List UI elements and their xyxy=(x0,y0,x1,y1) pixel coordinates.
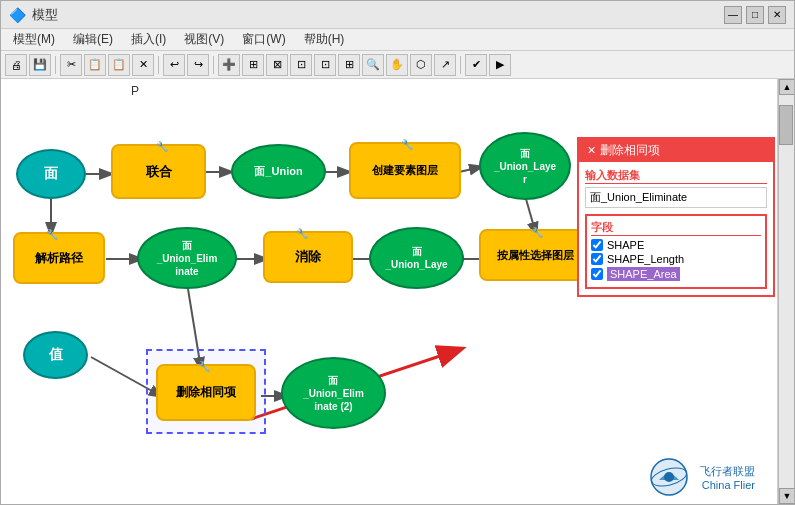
field-shape-length-checkbox[interactable] xyxy=(591,253,603,265)
toolbar-separator-1 xyxy=(55,56,56,74)
field-shape-area-label: SHAPE_Area xyxy=(607,267,680,281)
node-jiexi[interactable]: 解析路径 xyxy=(13,232,105,284)
field-shape-label: SHAPE xyxy=(607,239,644,251)
wrench-anxing: 🔧 xyxy=(531,227,543,238)
menu-edit[interactable]: 编辑(E) xyxy=(65,29,121,50)
field-shape-checkbox[interactable] xyxy=(591,239,603,251)
select-button[interactable]: ⊡ xyxy=(314,54,336,76)
node-create-layer[interactable]: 创建要素图层 xyxy=(349,142,461,199)
maximize-button[interactable]: □ xyxy=(746,6,764,24)
cut-button[interactable]: ✂ xyxy=(60,54,82,76)
main-area: P xyxy=(1,79,794,504)
undo-button[interactable]: ↩ xyxy=(163,54,185,76)
hex-button[interactable]: ⬡ xyxy=(410,54,432,76)
save-button[interactable]: 💾 xyxy=(29,54,51,76)
node-mian[interactable]: 面 xyxy=(16,149,86,199)
watermark-line2: China Flier xyxy=(700,479,755,491)
popup-input-label: 输入数据集 xyxy=(585,168,767,184)
p-label: P xyxy=(131,84,139,98)
popup-title-text: 删除相同项 xyxy=(600,142,660,159)
watermark-logo-svg xyxy=(644,458,694,496)
menu-view[interactable]: 视图(V) xyxy=(176,29,232,50)
popup-title: ✕ 删除相同项 xyxy=(579,139,773,162)
close-button[interactable]: ✕ xyxy=(768,6,786,24)
wrench-create: 🔧 xyxy=(401,139,413,150)
field-shape-area: SHAPE_Area xyxy=(591,267,761,281)
vertical-scrollbar: ▲ ▼ xyxy=(778,79,794,504)
watermark-text: 飞行者联盟 China Flier xyxy=(700,464,755,491)
menu-help[interactable]: 帮助(H) xyxy=(296,29,353,50)
menu-insert[interactable]: 插入(I) xyxy=(123,29,174,50)
window-title: 模型 xyxy=(32,6,58,24)
zoom2-button[interactable]: ⊞ xyxy=(338,54,360,76)
menu-model[interactable]: 模型(M) xyxy=(5,29,63,50)
node-shanchu[interactable]: 删除相同项 xyxy=(156,364,256,421)
scroll-thumb[interactable] xyxy=(779,105,793,145)
zoom-button[interactable]: ⊡ xyxy=(290,54,312,76)
validate-button[interactable]: ✔ xyxy=(465,54,487,76)
add-button[interactable]: ➕ xyxy=(218,54,240,76)
popup-fields-label: 字段 xyxy=(591,220,761,236)
scroll-down-button[interactable]: ▼ xyxy=(779,488,794,504)
canvas-area[interactable]: P xyxy=(1,79,778,504)
print-button[interactable]: 🖨 xyxy=(5,54,27,76)
grid-button[interactable]: ⊞ xyxy=(242,54,264,76)
svg-point-17 xyxy=(664,472,674,482)
toolbar: 🖨 💾 ✂ 📋 📋 ✕ ↩ ↪ ➕ ⊞ ⊠ ⊡ ⊡ ⊞ 🔍 ✋ ⬡ ↗ ✔ ▶ xyxy=(1,51,794,79)
popup-panel: ✕ 删除相同项 输入数据集 面_Union_Eliminate 字段 SHAPE xyxy=(577,137,775,297)
node-lianhe[interactable]: 联合 xyxy=(111,144,206,199)
popup-delete-icon: ✕ xyxy=(587,144,596,157)
node-mian-eliminate[interactable]: 面_Union_Eliminate xyxy=(137,227,237,289)
pan-button[interactable]: ✋ xyxy=(386,54,408,76)
wrench-xiaochú: 🔧 xyxy=(296,228,308,239)
title-bar-left: 🔷 模型 xyxy=(9,6,58,24)
paste-button[interactable]: 📋 xyxy=(108,54,130,76)
node-xiaochú[interactable]: 消除 xyxy=(263,231,353,283)
node-zhi[interactable]: 值 xyxy=(23,331,88,379)
popup-fields-box: 字段 SHAPE SHAPE_Length SHAPE_Area xyxy=(585,214,767,289)
field-shape-length-label: SHAPE_Length xyxy=(607,253,684,265)
node-union-laye2[interactable]: 面_Union_Laye xyxy=(369,227,464,289)
toolbar-separator-3 xyxy=(213,56,214,74)
redo-button[interactable]: ↪ xyxy=(187,54,209,76)
run-button[interactable]: ▶ xyxy=(489,54,511,76)
node-mian-union[interactable]: 面_Union xyxy=(231,144,326,199)
delete-button[interactable]: ✕ xyxy=(132,54,154,76)
field-shape: SHAPE xyxy=(591,239,761,251)
menu-bar: 模型(M) 编辑(E) 插入(I) 视图(V) 窗口(W) 帮助(H) xyxy=(1,29,794,51)
field-shape-area-checkbox[interactable] xyxy=(591,268,603,280)
watermark-line1: 飞行者联盟 xyxy=(700,464,755,479)
wrench-lianhe: 🔧 xyxy=(156,141,168,152)
popup-input-value: 面_Union_Eliminate xyxy=(585,187,767,208)
zoom-in-button[interactable]: 🔍 xyxy=(362,54,384,76)
fit-button[interactable]: ⊠ xyxy=(266,54,288,76)
node-elim2[interactable]: 面_Union_Eliminate (2) xyxy=(281,357,386,429)
arrow-button[interactable]: ↗ xyxy=(434,54,456,76)
toolbar-separator-4 xyxy=(460,56,461,74)
popup-body: 输入数据集 面_Union_Eliminate 字段 SHAPE SHAPE_L… xyxy=(579,162,773,295)
window-icon: 🔷 xyxy=(9,7,26,23)
watermark: 飞行者联盟 China Flier xyxy=(644,458,755,496)
wrench-jiexi: 🔧 xyxy=(46,229,58,240)
wrench-shanchu: 🔧 xyxy=(198,361,210,372)
node-union-layer[interactable]: 面_Union_Layer xyxy=(479,132,571,200)
title-bar: 🔷 模型 — □ ✕ xyxy=(1,1,794,29)
scroll-track xyxy=(779,95,794,488)
minimize-button[interactable]: — xyxy=(724,6,742,24)
field-shape-length: SHAPE_Length xyxy=(591,253,761,265)
menu-window[interactable]: 窗口(W) xyxy=(234,29,293,50)
toolbar-separator-2 xyxy=(158,56,159,74)
main-window: 🔷 模型 — □ ✕ 模型(M) 编辑(E) 插入(I) 视图(V) 窗口(W)… xyxy=(0,0,795,505)
copy-button[interactable]: 📋 xyxy=(84,54,106,76)
svg-line-3 xyxy=(459,167,481,172)
scroll-up-button[interactable]: ▲ xyxy=(779,79,794,95)
title-bar-controls: — □ ✕ xyxy=(724,6,786,24)
